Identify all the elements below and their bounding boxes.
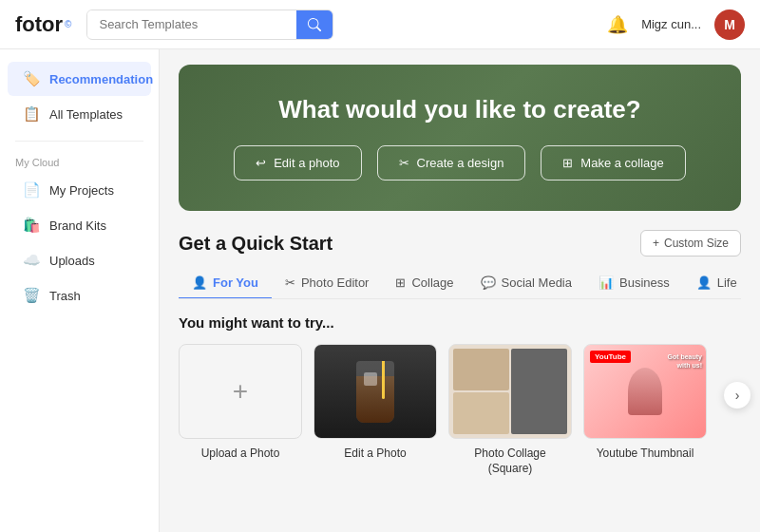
edit-photo-thumbnail [314, 344, 437, 439]
youtube-thumbnail: YouTube Got beautywith us! [583, 344, 707, 439]
sidebar-item-label: Trash [49, 289, 81, 303]
card-upload-photo[interactable]: + Upload a Photo [179, 344, 302, 462]
quick-start-title: Get a Quick Start [179, 233, 332, 255]
main-layout: 🏷️ Recommendation 📋 All Templates My Clo… [0, 49, 760, 532]
life-icon: 👤 [696, 276, 712, 290]
logo: fotor© [15, 12, 71, 37]
photo-collage-label: Photo Collage(Square) [448, 446, 572, 476]
banner-title: What would you like to create? [217, 95, 703, 124]
sidebar-item-uploads[interactable]: ☁️ Uploads [8, 243, 151, 277]
tabs: 👤 For You ✂ Photo Editor ⊞ Collage 💬 Soc… [179, 268, 741, 299]
card-edit-photo[interactable]: Edit a Photo [314, 344, 437, 462]
drink-visual [314, 345, 436, 438]
uploads-icon: ☁️ [23, 252, 40, 269]
cards-row: + Upload a Photo Edit a Photo [179, 344, 741, 476]
card-youtube-thumbnail[interactable]: YouTube Got beautywith us! Youtube Thumb… [583, 344, 707, 462]
collage-icon: ⊞ [395, 276, 406, 290]
business-icon: 📊 [598, 276, 614, 290]
tab-photo-editor[interactable]: ✂ Photo Editor [272, 268, 383, 299]
create-design-label: Create a design [417, 156, 504, 170]
for-you-icon: 👤 [192, 276, 207, 290]
mosaic-cell-2 [511, 349, 567, 434]
sidebar: 🏷️ Recommendation 📋 All Templates My Clo… [0, 49, 160, 532]
make-collage-icon: ⊞ [562, 156, 573, 170]
avatar[interactable]: M [714, 10, 745, 40]
sidebar-item-label: Recommendation [49, 72, 153, 86]
sidebar-item-label: Brand Kits [49, 218, 106, 233]
mosaic-cell-3 [453, 392, 509, 434]
sidebar-item-trash[interactable]: 🗑️ Trash [8, 278, 151, 313]
collage-mosaic [449, 345, 571, 438]
sidebar-item-brand-kits[interactable]: 🛍️ Brand Kits [8, 208, 151, 242]
make-collage-label: Make a collage [580, 156, 663, 170]
youtube-logo: YouTube [590, 351, 631, 363]
glass-ice [364, 372, 377, 386]
sidebar-item-my-projects[interactable]: 📄 My Projects [8, 173, 151, 207]
edit-photo-button[interactable]: ↩ Edit a photo [234, 145, 361, 180]
make-collage-button[interactable]: ⊞ Make a collage [541, 145, 685, 180]
all-templates-icon: 📋 [23, 105, 40, 123]
glass-visual [356, 361, 394, 423]
card-photo-collage[interactable]: Photo Collage(Square) [448, 344, 572, 476]
yt-text-overlay: Got beautywith us! [667, 352, 702, 370]
search-input[interactable] [87, 10, 296, 38]
photo-editor-icon: ✂ [285, 276, 295, 290]
yt-inner: YouTube Got beautywith us! [584, 345, 706, 438]
brand-kits-icon: 🛍️ [23, 217, 40, 234]
upload-photo-label: Upload a Photo [179, 446, 302, 462]
plus-icon: + [233, 376, 248, 407]
tab-collage[interactable]: ⊞ Collage [382, 268, 466, 299]
banner-buttons: ↩ Edit a photo ✂ Create a design ⊞ Make … [217, 145, 703, 180]
yt-person [628, 368, 662, 415]
sidebar-section-label: My Cloud [0, 151, 159, 172]
tab-for-you[interactable]: 👤 For You [179, 268, 272, 299]
header: fotor© 🔔 Migz cun... M [0, 0, 760, 49]
search-button[interactable] [296, 10, 332, 39]
quick-start-header: Get a Quick Start + Custom Size [179, 230, 741, 256]
tab-life[interactable]: 👤 Life [683, 268, 741, 299]
edit-photo-label: Edit a Photo [314, 446, 437, 462]
sidebar-item-label: My Projects [49, 183, 114, 198]
trash-icon: 🗑️ [23, 287, 40, 304]
recommendation-icon: 🏷️ [23, 70, 40, 87]
custom-size-label: Custom Size [664, 237, 729, 250]
plus-icon: + [653, 237, 659, 250]
notification-bell-icon[interactable]: 🔔 [607, 14, 628, 35]
my-projects-icon: 📄 [23, 181, 40, 199]
next-arrow-button[interactable]: › [724, 382, 750, 408]
tab-social-media[interactable]: 💬 Social Media [467, 268, 585, 299]
sidebar-item-all-templates[interactable]: 📋 All Templates [8, 97, 151, 131]
sidebar-divider [15, 141, 143, 142]
youtube-thumbnail-label: Youtube Thumbnail [583, 446, 707, 462]
custom-size-button[interactable]: + Custom Size [640, 230, 741, 256]
social-media-icon: 💬 [481, 276, 496, 290]
upload-photo-thumbnail: + [179, 344, 302, 439]
content: What would you like to create? ↩ Edit a … [160, 49, 760, 532]
photo-collage-thumbnail [448, 344, 572, 439]
sidebar-item-recommendation[interactable]: 🏷️ Recommendation [8, 62, 151, 96]
banner: What would you like to create? ↩ Edit a … [179, 65, 741, 211]
create-design-button[interactable]: ✂ Create a design [377, 145, 526, 180]
straw [382, 361, 385, 399]
tab-business[interactable]: 📊 Business [585, 268, 683, 299]
header-right: 🔔 Migz cun... M [607, 10, 745, 40]
edit-photo-icon: ↩ [256, 156, 266, 170]
mosaic-cell-1 [453, 349, 509, 390]
user-name: Migz cun... [641, 17, 701, 31]
create-design-icon: ✂ [399, 156, 409, 170]
edit-photo-label: Edit a photo [274, 156, 339, 170]
search-bar[interactable] [86, 10, 333, 40]
sidebar-item-label: Uploads [49, 254, 95, 268]
sidebar-item-label: All Templates [49, 107, 123, 122]
try-section-title: You might want to try... [179, 314, 741, 331]
